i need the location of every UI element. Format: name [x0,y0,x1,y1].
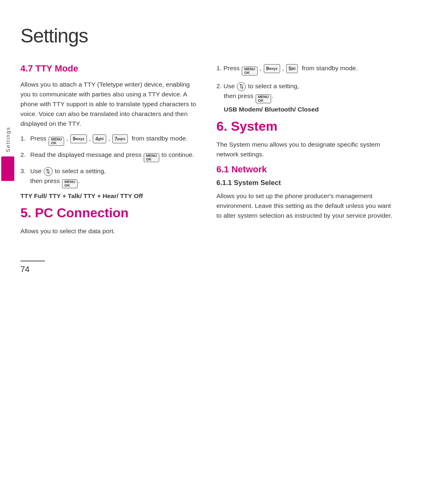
key-4ghi: 4 ghi [93,134,106,143]
key-menu-ok-r2: MENUOK [256,94,272,103]
key-nav-circle-1: ⇅ [44,167,53,176]
pc-connection-section: 5. PC Connection Allows you to select th… [20,205,200,236]
system-description: The System menu allows you to designate … [216,140,396,159]
page-number: 74 [20,265,200,274]
step-3-num: 3. [20,166,29,176]
page: Settings Settings 4.7 TTY Mode Allows yo… [0,0,441,504]
key-9wxyz-1: 9 wxyz [70,134,87,143]
step-2-content: Read the displayed message and press MEN… [30,150,200,162]
tty-mode-section: 4.7 TTY Mode Allows you to attach a TTY … [20,63,200,200]
key-menu-ok-1: MENUOK [49,137,65,146]
network-section: 6.1 Network 6.1.1 System Select Allows y… [216,164,396,221]
right-column: 1. Press MENUOK , 9 wxyz , 5 jkl from st… [216,63,396,274]
tty-step-2: 2. Read the displayed message and press … [20,150,200,162]
right-step-1: 1. Press MENUOK , 9 wxyz , 5 jkl from st… [216,63,396,76]
sidebar: Settings [0,123,16,237]
key-9wxyz-r: 9 wxyz [264,64,280,73]
main-content: Settings 4.7 TTY Mode Allows you to atta… [20,25,425,274]
tty-mode-heading: 4.7 TTY Mode [20,63,200,74]
network-heading: 6.1 Network [216,164,396,175]
right-step-2: 2. Use ⇅ to select a setting, then press… [216,81,396,103]
key-ok-1: MENUOK [62,179,78,188]
step-1-num: 1. [20,134,29,143]
sidebar-label: Settings [5,123,11,152]
tty-mode-description: Allows you to attach a TTY (Teletype wri… [20,80,200,129]
step-1-content: Press MENUOK , 9 wxyz , 4 ghi , 7 pqrs f… [30,134,200,146]
page-title: Settings [20,25,425,47]
left-column: 4.7 TTY Mode Allows you to attach a TTY … [20,63,200,274]
system-select-heading: 6.1.1 System Select [216,179,396,187]
usb-options: USB Modem/ Bluetooth/ Closed [216,106,396,113]
right-step-1-content: 1. Press MENUOK , 9 wxyz , 5 jkl from st… [216,63,396,76]
pc-connection-description: Allows you to select the data port. [20,226,200,236]
key-menu-ok-r1: MENUOK [242,67,258,76]
key-5jkl: 5 jkl [286,64,298,73]
system-select-description: Allows you to set up the phone producer'… [216,191,396,221]
sidebar-bar [1,156,14,181]
pc-connection-heading: 5. PC Connection [20,205,200,221]
step-3-content: Use ⇅ to select a setting, then press ME… [30,166,200,188]
page-number-area: 74 [20,261,200,274]
divider [20,261,45,261]
two-column-layout: 4.7 TTY Mode Allows you to attach a TTY … [20,63,425,274]
system-heading: 6. System [216,119,396,134]
step-2-num: 2. [20,150,29,160]
system-section: 6. System The System menu allows you to … [216,119,396,159]
key-menu-ok-2: MENUOK [144,153,160,162]
tty-step-3: 3. Use ⇅ to select a setting, then press… [20,166,200,188]
tty-options: TTY Full/ TTY + Talk/ TTY + Hear/ TTY Of… [20,192,200,200]
key-7pqrs: 7 pqrs [112,134,128,143]
right-step-2-content: 2. Use ⇅ to select a setting, then press… [216,81,396,103]
key-nav-circle-r: ⇅ [237,82,246,91]
tty-step-1: 1. Press MENUOK , 9 wxyz , 4 ghi , 7 pqr… [20,134,200,146]
